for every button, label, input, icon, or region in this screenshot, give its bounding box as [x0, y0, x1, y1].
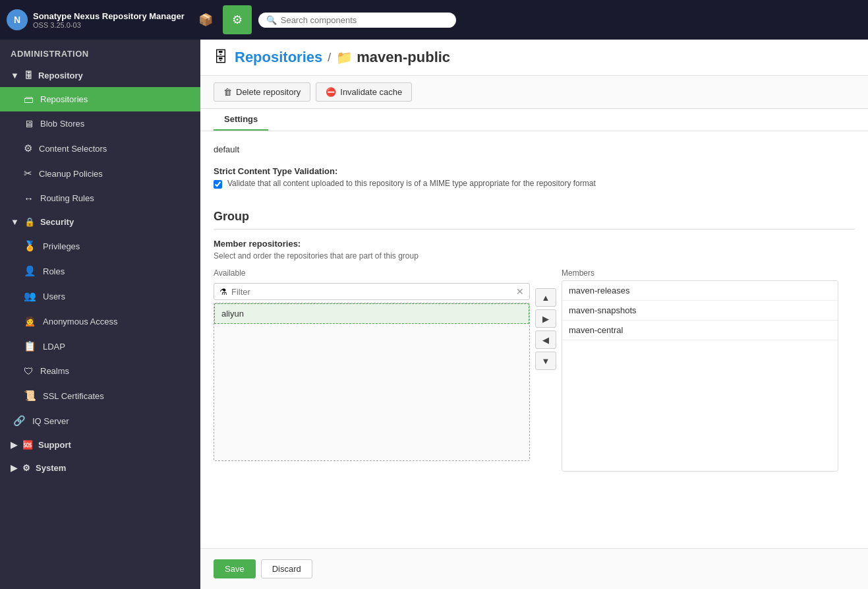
- chevron-right-icon-support: ▶: [11, 440, 17, 450]
- member-repos-desc: Select and order the repositories that a…: [214, 251, 855, 261]
- member-item-maven-central[interactable]: maven-central: [562, 321, 838, 340]
- sidebar-realms-label: Realms: [40, 366, 69, 376]
- app-name: Sonatype Nexus Repository Manager: [33, 11, 185, 21]
- breadcrumb: Repositories / 📁 maven-public: [235, 49, 450, 66]
- transfer-buttons: ▲ ▶ ◀ ▼: [535, 288, 556, 370]
- roles-icon: 👤: [24, 265, 36, 277]
- chevron-right-icon-system: ▶: [11, 463, 17, 473]
- sidebar-ssl-certificates-label: SSL Certificates: [43, 391, 104, 401]
- member-item-maven-releases[interactable]: maven-releases: [562, 281, 838, 301]
- tabs: Settings: [200, 109, 868, 131]
- tab-settings[interactable]: Settings: [214, 109, 268, 131]
- sidebar-item-cleanup-policies[interactable]: ✂ Cleanup Policies: [0, 161, 200, 186]
- available-list: aliyun: [214, 303, 530, 461]
- strict-content-field: Strict Content Type Validation: Validate…: [214, 166, 855, 199]
- sidebar-support-label: Support: [38, 440, 71, 450]
- blob-store-field: default: [214, 142, 855, 157]
- browse-button[interactable]: 📦: [191, 5, 220, 34]
- form-actions: Save Discard: [200, 548, 868, 589]
- filter-clear-icon[interactable]: ✕: [516, 286, 524, 297]
- sidebar-repositories-label: Repositories: [40, 94, 88, 104]
- sidebar-iq-server-label: IQ Server: [32, 416, 69, 426]
- sidebar-item-users[interactable]: 👥 Users: [0, 284, 200, 309]
- sidebar-blob-stores-label: Blob Stores: [40, 119, 84, 129]
- available-panel: Available ⚗ ✕ aliyun: [214, 268, 530, 461]
- discard-button[interactable]: Discard: [261, 559, 312, 578]
- sidebar-security-label: Security: [40, 217, 74, 227]
- main-layout: Administration ▼ 🗄 Repository 🗃 Reposito…: [0, 40, 868, 589]
- search-input[interactable]: [281, 15, 448, 25]
- invalidate-cache-label: Invalidate cache: [340, 87, 402, 97]
- chevron-down-icon: ▼: [11, 71, 19, 80]
- content-selectors-icon: ⚙: [24, 142, 32, 154]
- breadcrumb-repositories-link[interactable]: Repositories: [235, 49, 322, 66]
- sidebar-item-roles[interactable]: 👤 Roles: [0, 259, 200, 284]
- invalidate-cache-button[interactable]: ⛔ Invalidate cache: [316, 82, 412, 102]
- breadcrumb-separator: /: [328, 51, 331, 65]
- sidebar-item-ssl-certificates[interactable]: 📜 SSL Certificates: [0, 383, 200, 408]
- delete-button-label: Delete repository: [236, 87, 301, 97]
- chevron-down-icon-security: ▼: [11, 217, 19, 227]
- sidebar-roles-label: Roles: [43, 266, 65, 276]
- filter-input[interactable]: [231, 287, 512, 297]
- sidebar-routing-rules-label: Routing Rules: [40, 193, 94, 203]
- topbar-icons: 📦 ⚙: [191, 5, 252, 34]
- available-label: Available: [214, 268, 530, 278]
- settings-panel: default Strict Content Type Validation: …: [200, 131, 868, 548]
- topbar: N Sonatype Nexus Repository Manager OSS …: [0, 0, 868, 40]
- member-item-maven-snapshots[interactable]: maven-snapshots: [562, 301, 838, 321]
- folder-icon: 📁: [336, 49, 353, 65]
- move-down-button[interactable]: ▼: [535, 352, 556, 370]
- sidebar-item-repositories[interactable]: 🗃 Repositories: [0, 87, 200, 111]
- breadcrumb-current: 📁 maven-public: [336, 49, 450, 66]
- breadcrumb-current-label: maven-public: [357, 49, 450, 66]
- move-left-button[interactable]: ◀: [535, 330, 556, 349]
- filter-row: ⚗ ✕: [214, 283, 530, 300]
- page-repo-icon: 🗄: [214, 49, 228, 66]
- sidebar: Administration ▼ 🗄 Repository 🗃 Reposito…: [0, 40, 200, 589]
- delete-repository-button[interactable]: 🗑 Delete repository: [214, 82, 310, 102]
- app-version: OSS 3.25.0-03: [33, 21, 185, 29]
- search-icon: 🔍: [266, 15, 277, 25]
- sidebar-anonymous-access-label: Anonymous Access: [43, 317, 117, 326]
- sidebar-security-group[interactable]: ▼ 🔒 Security: [0, 210, 200, 233]
- members-list: maven-releases maven-snapshots maven-cen…: [562, 280, 838, 472]
- sidebar-system-label: System: [36, 463, 66, 473]
- sidebar-repository-group[interactable]: ▼ 🗄 Repository: [0, 64, 200, 87]
- members-panel: Members maven-releases maven-snapshots m…: [562, 268, 838, 472]
- sidebar-system-group[interactable]: ▶ ⚙ System: [0, 456, 200, 480]
- security-group-icon: 🔒: [24, 217, 35, 227]
- sidebar-content-selectors-label: Content Selectors: [39, 144, 107, 154]
- group-section: Group Member repositories: Select and or…: [214, 210, 855, 472]
- sidebar-item-anonymous-access[interactable]: 🙍 Anonymous Access: [0, 309, 200, 334]
- sidebar-item-realms[interactable]: 🛡 Realms: [0, 359, 200, 383]
- users-icon: 👥: [24, 290, 36, 302]
- members-label: Members: [562, 268, 838, 278]
- support-icon: 🆘: [22, 440, 33, 450]
- sidebar-item-iq-server[interactable]: 🔗 IQ Server: [0, 408, 200, 433]
- search-box: 🔍: [258, 13, 456, 28]
- member-repos-label: Member repositories:: [214, 239, 855, 249]
- sidebar-ldap-label: LDAP: [43, 342, 65, 352]
- settings-button[interactable]: ⚙: [223, 5, 252, 34]
- sidebar-repository-label: Repository: [38, 71, 83, 80]
- sidebar-support-group[interactable]: ▶ 🆘 Support: [0, 433, 200, 456]
- blob-stores-icon: 🖥: [24, 118, 34, 129]
- sidebar-item-privileges[interactable]: 🏅 Privileges: [0, 233, 200, 259]
- available-item-aliyun[interactable]: aliyun: [214, 303, 529, 324]
- strict-content-checkbox[interactable]: [214, 180, 222, 189]
- sidebar-item-content-selectors[interactable]: ⚙ Content Selectors: [0, 136, 200, 161]
- sidebar-item-ldap[interactable]: 📋 LDAP: [0, 334, 200, 359]
- transfer-container: Available ⚗ ✕ aliyun ▲ ▶: [214, 268, 855, 472]
- iq-server-icon: 🔗: [13, 415, 26, 427]
- strict-content-checkbox-row: Validate that all content uploaded to th…: [214, 179, 855, 189]
- realms-icon: 🛡: [24, 365, 34, 377]
- sidebar-item-blob-stores[interactable]: 🖥 Blob Stores: [0, 111, 200, 136]
- system-icon: ⚙: [22, 463, 30, 473]
- sidebar-item-routing-rules[interactable]: ↔ Routing Rules: [0, 186, 200, 210]
- save-button[interactable]: Save: [214, 559, 256, 578]
- move-right-button[interactable]: ▶: [535, 309, 556, 328]
- sidebar-users-label: Users: [43, 292, 65, 301]
- content-area: 🗄 Repositories / 📁 maven-public 🗑 Delete…: [200, 40, 868, 589]
- move-up-button[interactable]: ▲: [535, 288, 556, 307]
